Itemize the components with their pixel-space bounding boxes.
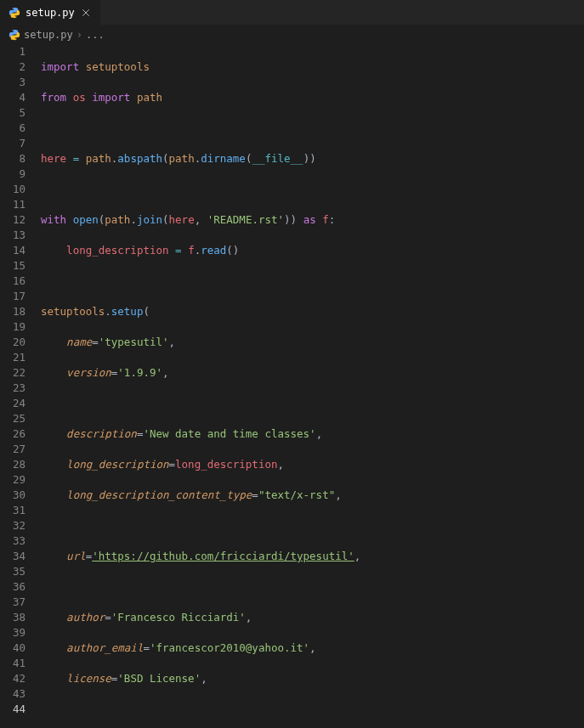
tab-label: setup.py [26, 7, 75, 19]
chevron-right-icon: › [77, 29, 82, 41]
line-number: 16 [0, 274, 26, 289]
line-number: 7 [0, 136, 26, 151]
breadcrumb[interactable]: setup.py › ... [0, 25, 584, 44]
line-number: 2 [0, 59, 26, 75]
line-number: 20 [0, 335, 26, 350]
tab-bar: setup.py [0, 0, 584, 25]
close-icon[interactable] [80, 7, 92, 19]
line-number: 17 [0, 289, 26, 304]
line-number: 1 [0, 44, 26, 59]
line-number: 44 [0, 702, 26, 717]
line-number: 37 [0, 595, 26, 610]
line-number: 11 [0, 197, 26, 212]
python-file-icon [9, 7, 20, 19]
line-number: 43 [0, 686, 26, 702]
line-number: 34 [0, 549, 26, 564]
line-number: 21 [0, 350, 26, 365]
breadcrumb-more: ... [86, 29, 105, 41]
line-number: 6 [0, 121, 26, 136]
line-number: 42 [0, 671, 26, 686]
tab-setup-py[interactable]: setup.py [0, 0, 100, 25]
line-number: 40 [0, 641, 26, 656]
line-number: 10 [0, 182, 26, 197]
line-number: 33 [0, 533, 26, 549]
line-number: 32 [0, 518, 26, 533]
line-number: 27 [0, 442, 26, 457]
code-content[interactable]: import setuptools from os import path he… [41, 44, 584, 728]
line-number: 14 [0, 243, 26, 258]
line-number: 23 [0, 381, 26, 396]
line-number: 12 [0, 212, 26, 228]
line-number: 24 [0, 396, 26, 411]
line-number: 18 [0, 304, 26, 319]
line-number: 26 [0, 426, 26, 442]
line-number: 28 [0, 457, 26, 472]
line-number: 41 [0, 656, 26, 671]
line-number: 19 [0, 319, 26, 335]
line-number: 25 [0, 411, 26, 426]
line-number: 4 [0, 90, 26, 105]
line-number-gutter: 1234567891011121314151617181920212223242… [0, 44, 41, 728]
line-number: 15 [0, 258, 26, 274]
line-number: 8 [0, 151, 26, 166]
line-number: 30 [0, 488, 26, 503]
breadcrumb-filename: setup.py [24, 29, 73, 41]
line-number: 36 [0, 579, 26, 595]
line-number: 22 [0, 365, 26, 381]
python-file-icon [9, 29, 20, 41]
line-number: 31 [0, 503, 26, 518]
line-number: 13 [0, 228, 26, 243]
line-number: 39 [0, 625, 26, 641]
line-number: 29 [0, 472, 26, 488]
line-number: 9 [0, 166, 26, 182]
line-number: 38 [0, 610, 26, 625]
code-editor[interactable]: 1234567891011121314151617181920212223242… [0, 44, 584, 728]
line-number: 35 [0, 564, 26, 579]
line-number: 5 [0, 105, 26, 121]
line-number: 3 [0, 75, 26, 90]
